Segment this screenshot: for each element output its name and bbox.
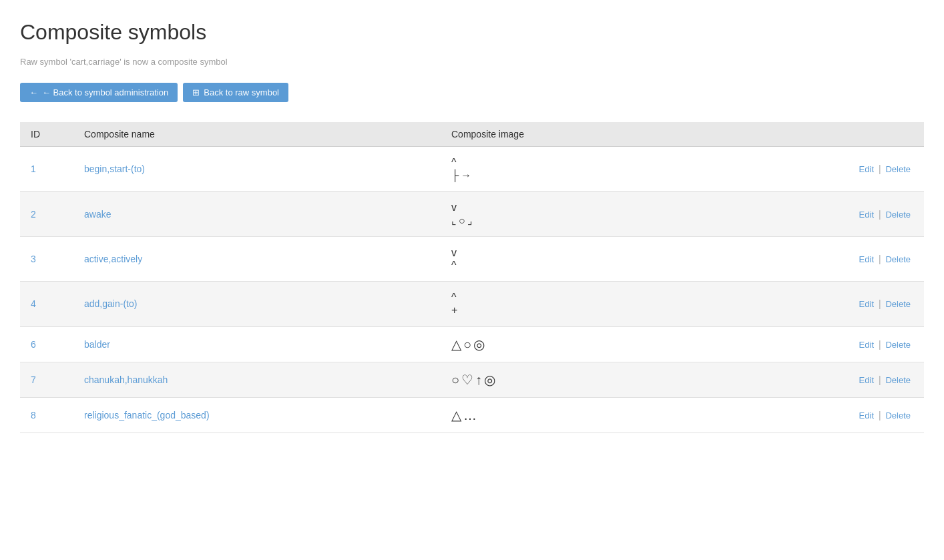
- action-separator: |: [876, 374, 883, 385]
- back-to-raw-button[interactable]: ⊞ Back to raw symbol: [183, 83, 288, 102]
- edit-link[interactable]: Edit: [859, 299, 874, 309]
- cell-image: v^: [441, 236, 708, 281]
- cell-name: chanukah,hanukkah: [73, 362, 441, 397]
- cell-actions: Edit | Delete: [708, 282, 924, 326]
- symbol-top: ^: [451, 291, 459, 304]
- cell-actions: Edit | Delete: [708, 362, 924, 397]
- edit-link[interactable]: Edit: [859, 410, 874, 421]
- cell-id: 4: [20, 282, 73, 326]
- back-to-admin-label: ← Back to symbol administration: [42, 87, 168, 97]
- col-header-image: Composite image: [441, 122, 708, 147]
- delete-link[interactable]: Delete: [885, 410, 911, 421]
- action-separator: |: [876, 410, 883, 421]
- symbol-inline: △…: [451, 407, 698, 423]
- cell-image: ^+: [441, 282, 708, 326]
- back-to-raw-label: Back to raw symbol: [204, 87, 279, 97]
- cell-actions: Edit | Delete: [708, 397, 924, 433]
- action-separator: |: [876, 164, 883, 174]
- cell-actions: Edit | Delete: [708, 147, 924, 192]
- delete-link[interactable]: Delete: [885, 254, 911, 264]
- table-row: 7chanukah,hanukkah○♡↑◎Edit | Delete: [20, 362, 924, 397]
- cell-actions: Edit | Delete: [708, 326, 924, 362]
- edit-link[interactable]: Edit: [859, 254, 874, 264]
- edit-link[interactable]: Edit: [859, 375, 874, 385]
- table-row: 3active,activelyv^Edit | Delete: [20, 236, 924, 281]
- delete-link[interactable]: Delete: [885, 375, 911, 385]
- symbol-top: ^: [451, 156, 459, 169]
- cell-id: 3: [20, 236, 73, 281]
- cell-name: religious_fanatic_(god_based): [73, 397, 441, 433]
- table-row: 8religious_fanatic_(god_based)△…Edit | D…: [20, 397, 924, 433]
- cell-actions: Edit | Delete: [708, 236, 924, 281]
- delete-link[interactable]: Delete: [885, 164, 911, 174]
- cell-id: 2: [20, 192, 73, 236]
- notification-text: Raw symbol 'cart,carriage' is now a comp…: [20, 57, 924, 67]
- cell-image: ^├→: [441, 147, 708, 192]
- table-header-row: ID Composite name Composite image: [20, 122, 924, 147]
- col-header-name: Composite name: [73, 122, 441, 147]
- table-row: 1begin,start-(to)^├→Edit | Delete: [20, 147, 924, 192]
- table-row: 6balder△○◎Edit | Delete: [20, 326, 924, 362]
- composite-symbols-table: ID Composite name Composite image 1begin…: [20, 122, 924, 433]
- symbol-inline: ○♡↑◎: [451, 372, 698, 388]
- cell-image: v⌞○⌟: [441, 192, 708, 236]
- table-row: 2awakev⌞○⌟Edit | Delete: [20, 192, 924, 236]
- action-separator: |: [876, 209, 883, 220]
- cell-image: △…: [441, 397, 708, 433]
- symbol-bottom: ├→: [451, 169, 473, 182]
- cell-image: ○♡↑◎: [441, 362, 708, 397]
- cell-name: add,gain-(to): [73, 282, 441, 326]
- edit-link[interactable]: Edit: [859, 340, 874, 350]
- edit-link[interactable]: Edit: [859, 210, 874, 220]
- col-header-id: ID: [20, 122, 73, 147]
- cell-id: 8: [20, 397, 73, 433]
- cell-image: △○◎: [441, 326, 708, 362]
- table-icon: ⊞: [192, 87, 200, 97]
- delete-link[interactable]: Delete: [885, 299, 911, 309]
- action-separator: |: [876, 339, 883, 350]
- symbol-bottom: +: [451, 304, 459, 316]
- cell-id: 7: [20, 362, 73, 397]
- symbol-top: v: [451, 246, 459, 259]
- cell-id: 6: [20, 326, 73, 362]
- symbol-top: v: [451, 201, 459, 214]
- edit-link[interactable]: Edit: [859, 164, 874, 174]
- back-to-admin-button[interactable]: ← ← Back to symbol administration: [20, 83, 178, 102]
- arrow-left-icon: ←: [29, 87, 38, 97]
- delete-link[interactable]: Delete: [885, 210, 911, 220]
- delete-link[interactable]: Delete: [885, 340, 911, 350]
- symbol-bottom: ⌞○⌟: [451, 214, 475, 227]
- symbol-inline: △○◎: [451, 336, 698, 352]
- col-header-actions: [708, 122, 924, 147]
- table-row: 4add,gain-(to)^+Edit | Delete: [20, 282, 924, 326]
- cell-actions: Edit | Delete: [708, 192, 924, 236]
- cell-name: balder: [73, 326, 441, 362]
- button-row: ← ← Back to symbol administration ⊞ Back…: [20, 83, 924, 102]
- cell-name: awake: [73, 192, 441, 236]
- cell-name: active,actively: [73, 236, 441, 281]
- symbol-bottom: ^: [451, 259, 459, 272]
- cell-name: begin,start-(to): [73, 147, 441, 192]
- page-title: Composite symbols: [20, 20, 924, 45]
- action-separator: |: [876, 298, 883, 309]
- action-separator: |: [876, 254, 883, 264]
- cell-id: 1: [20, 147, 73, 192]
